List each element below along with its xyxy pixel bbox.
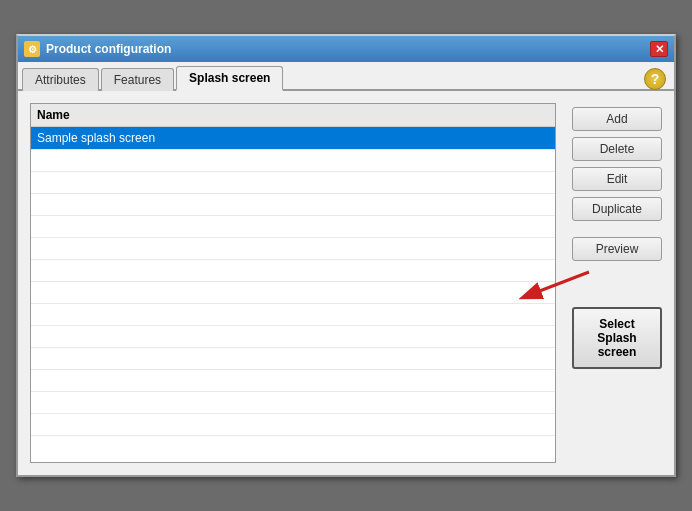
list-item[interactable]: [31, 348, 555, 370]
select-label-line1: Select: [599, 317, 634, 331]
help-button[interactable]: ?: [644, 68, 666, 90]
list-item[interactable]: [31, 172, 555, 194]
duplicate-button[interactable]: Duplicate: [572, 197, 662, 221]
red-arrow-icon: [514, 267, 594, 307]
delete-button[interactable]: Delete: [572, 137, 662, 161]
list-item[interactable]: [31, 414, 555, 436]
edit-button[interactable]: Edit: [572, 167, 662, 191]
select-splash-button[interactable]: Select Splash screen: [572, 307, 662, 369]
tab-attributes[interactable]: Attributes: [22, 68, 99, 91]
window-icon: ⚙: [24, 41, 40, 57]
tab-splash[interactable]: Splash screen: [176, 66, 283, 91]
preview-button[interactable]: Preview: [572, 237, 662, 261]
list-item[interactable]: [31, 304, 555, 326]
list-item[interactable]: [31, 194, 555, 216]
arrow-container: Select Splash screen: [572, 277, 662, 369]
list-item[interactable]: [31, 260, 555, 282]
list-item[interactable]: [31, 282, 555, 304]
window-title: Product configuration: [46, 42, 171, 56]
list-item[interactable]: [31, 326, 555, 348]
list-item[interactable]: Sample splash screen: [31, 127, 555, 150]
title-bar: ⚙ Product configuration ✕: [18, 36, 674, 62]
list-header: Name: [31, 104, 555, 127]
splash-list[interactable]: Name Sample splash screen: [30, 103, 556, 463]
add-button[interactable]: Add: [572, 107, 662, 131]
close-button[interactable]: ✕: [650, 41, 668, 57]
content-area: Name Sample splash screen Add Delete Edi…: [18, 91, 674, 475]
tab-features[interactable]: Features: [101, 68, 174, 91]
title-bar-left: ⚙ Product configuration: [24, 41, 171, 57]
list-item[interactable]: [31, 370, 555, 392]
product-config-window: ⚙ Product configuration ✕ Attributes Fea…: [16, 34, 676, 477]
buttons-panel: Add Delete Edit Duplicate Preview Select: [572, 103, 662, 463]
select-label-line2: Splash screen: [597, 331, 636, 359]
tab-bar: Attributes Features Splash screen ?: [18, 62, 674, 91]
list-item[interactable]: [31, 216, 555, 238]
list-item[interactable]: [31, 392, 555, 414]
list-item[interactable]: [31, 150, 555, 172]
svg-line-1: [524, 272, 589, 297]
list-item[interactable]: [31, 238, 555, 260]
